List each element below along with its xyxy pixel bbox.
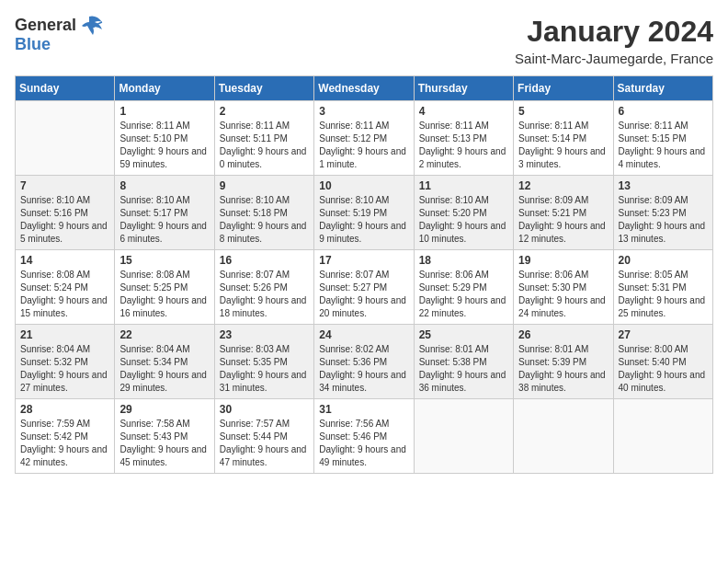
calendar-cell: 9Sunrise: 8:10 AMSunset: 5:18 PMDaylight… — [214, 176, 313, 250]
day-number: 21 — [20, 328, 109, 341]
day-number: 30 — [220, 403, 309, 416]
day-number: 20 — [619, 254, 708, 267]
day-info: Sunrise: 8:02 AMSunset: 5:36 PMDaylight:… — [319, 343, 408, 395]
col-header-monday: Monday — [115, 76, 214, 101]
calendar-cell: 3Sunrise: 8:11 AMSunset: 5:12 PMDaylight… — [314, 101, 414, 176]
day-info: Sunrise: 7:57 AMSunset: 5:44 PMDaylight:… — [220, 418, 309, 469]
day-number: 10 — [319, 179, 408, 192]
day-info: Sunrise: 7:59 AMSunset: 5:42 PMDaylight:… — [20, 418, 109, 469]
calendar-cell: 22Sunrise: 8:04 AMSunset: 5:34 PMDayligh… — [115, 325, 214, 399]
day-info: Sunrise: 8:11 AMSunset: 5:13 PMDaylight:… — [419, 120, 508, 171]
logo-text-general: General — [15, 16, 76, 35]
col-header-thursday: Thursday — [414, 76, 513, 101]
calendar-cell: 13Sunrise: 8:09 AMSunset: 5:23 PMDayligh… — [613, 176, 712, 250]
calendar-cell: 25Sunrise: 8:01 AMSunset: 5:38 PMDayligh… — [414, 325, 513, 399]
logo-bird-icon — [80, 15, 106, 35]
day-number: 19 — [518, 254, 608, 267]
calendar-cell: 15Sunrise: 8:08 AMSunset: 5:25 PMDayligh… — [115, 250, 214, 325]
calendar-cell: 23Sunrise: 8:03 AMSunset: 5:35 PMDayligh… — [214, 325, 313, 399]
col-header-tuesday: Tuesday — [214, 76, 313, 101]
calendar-cell: 29Sunrise: 7:58 AMSunset: 5:43 PMDayligh… — [115, 399, 214, 474]
day-number: 15 — [119, 254, 209, 267]
day-info: Sunrise: 8:10 AMSunset: 5:19 PMDaylight:… — [319, 194, 408, 246]
calendar-cell: 14Sunrise: 8:08 AMSunset: 5:24 PMDayligh… — [16, 250, 115, 325]
day-number: 26 — [518, 328, 608, 341]
calendar-cell: 11Sunrise: 8:10 AMSunset: 5:20 PMDayligh… — [414, 176, 513, 250]
day-info: Sunrise: 8:07 AMSunset: 5:27 PMDaylight:… — [319, 269, 408, 320]
day-number: 16 — [220, 254, 309, 267]
calendar-cell: 31Sunrise: 7:56 AMSunset: 5:46 PMDayligh… — [314, 399, 414, 474]
col-header-friday: Friday — [514, 76, 613, 101]
calendar-cell: 4Sunrise: 8:11 AMSunset: 5:13 PMDaylight… — [414, 101, 513, 176]
calendar-cell: 1Sunrise: 8:11 AMSunset: 5:10 PMDaylight… — [115, 101, 214, 176]
calendar-cell — [16, 101, 115, 176]
day-info: Sunrise: 8:09 AMSunset: 5:23 PMDaylight:… — [619, 194, 708, 246]
calendar-week-row: 7Sunrise: 8:10 AMSunset: 5:16 PMDaylight… — [16, 176, 713, 250]
day-info: Sunrise: 7:58 AMSunset: 5:43 PMDaylight:… — [119, 418, 209, 469]
day-info: Sunrise: 8:08 AMSunset: 5:24 PMDaylight:… — [20, 269, 109, 320]
day-info: Sunrise: 8:00 AMSunset: 5:40 PMDaylight:… — [619, 343, 708, 395]
calendar-cell: 5Sunrise: 8:11 AMSunset: 5:14 PMDaylight… — [514, 101, 613, 176]
calendar-header-row: SundayMondayTuesdayWednesdayThursdayFrid… — [16, 76, 713, 101]
day-number: 14 — [20, 254, 109, 267]
calendar-cell: 2Sunrise: 8:11 AMSunset: 5:11 PMDaylight… — [214, 101, 313, 176]
day-number: 18 — [419, 254, 508, 267]
calendar-cell — [514, 399, 613, 474]
calendar-week-row: 1Sunrise: 8:11 AMSunset: 5:10 PMDaylight… — [16, 101, 713, 176]
day-number: 2 — [220, 105, 309, 118]
day-number: 3 — [319, 105, 408, 118]
day-number: 27 — [619, 328, 708, 341]
title-area: January 2024 Saint-Marc-Jaumegarde, Fran… — [515, 15, 713, 66]
logo-text-blue: Blue — [15, 35, 51, 53]
calendar-cell: 19Sunrise: 8:06 AMSunset: 5:30 PMDayligh… — [514, 250, 613, 325]
calendar-cell: 28Sunrise: 7:59 AMSunset: 5:42 PMDayligh… — [16, 399, 115, 474]
day-info: Sunrise: 8:01 AMSunset: 5:39 PMDaylight:… — [518, 343, 608, 395]
calendar-cell: 7Sunrise: 8:10 AMSunset: 5:16 PMDaylight… — [16, 176, 115, 250]
calendar-cell: 30Sunrise: 7:57 AMSunset: 5:44 PMDayligh… — [214, 399, 313, 474]
col-header-wednesday: Wednesday — [314, 76, 414, 101]
day-number: 31 — [319, 403, 408, 416]
day-number: 5 — [518, 105, 608, 118]
day-number: 1 — [119, 105, 209, 118]
calendar-cell: 12Sunrise: 8:09 AMSunset: 5:21 PMDayligh… — [514, 176, 613, 250]
calendar-cell: 10Sunrise: 8:10 AMSunset: 5:19 PMDayligh… — [314, 176, 414, 250]
calendar-cell: 21Sunrise: 8:04 AMSunset: 5:32 PMDayligh… — [16, 325, 115, 399]
calendar-cell: 6Sunrise: 8:11 AMSunset: 5:15 PMDaylight… — [613, 101, 712, 176]
col-header-saturday: Saturday — [613, 76, 712, 101]
day-number: 22 — [119, 328, 209, 341]
day-info: Sunrise: 8:10 AMSunset: 5:20 PMDaylight:… — [419, 194, 508, 246]
calendar-cell: 27Sunrise: 8:00 AMSunset: 5:40 PMDayligh… — [613, 325, 712, 399]
calendar-cell: 16Sunrise: 8:07 AMSunset: 5:26 PMDayligh… — [214, 250, 313, 325]
day-info: Sunrise: 8:05 AMSunset: 5:31 PMDaylight:… — [619, 269, 708, 320]
day-info: Sunrise: 7:56 AMSunset: 5:46 PMDaylight:… — [319, 418, 408, 469]
calendar-week-row: 28Sunrise: 7:59 AMSunset: 5:42 PMDayligh… — [16, 399, 713, 474]
day-number: 6 — [619, 105, 708, 118]
day-info: Sunrise: 8:01 AMSunset: 5:38 PMDaylight:… — [419, 343, 508, 395]
day-info: Sunrise: 8:11 AMSunset: 5:14 PMDaylight:… — [518, 120, 608, 171]
logo: General Blue — [15, 15, 106, 54]
day-number: 17 — [319, 254, 408, 267]
col-header-sunday: Sunday — [16, 76, 115, 101]
day-number: 24 — [319, 328, 408, 341]
day-number: 7 — [20, 179, 109, 192]
day-info: Sunrise: 8:11 AMSunset: 5:12 PMDaylight:… — [319, 120, 408, 171]
calendar-cell — [414, 399, 513, 474]
day-info: Sunrise: 8:03 AMSunset: 5:35 PMDaylight:… — [220, 343, 309, 395]
day-info: Sunrise: 8:10 AMSunset: 5:16 PMDaylight:… — [20, 194, 109, 246]
day-number: 12 — [518, 179, 608, 192]
day-number: 28 — [20, 403, 109, 416]
day-number: 13 — [619, 179, 708, 192]
day-number: 9 — [220, 179, 309, 192]
page-header: General Blue January 2024 Saint-Marc-Jau… — [15, 15, 713, 66]
day-info: Sunrise: 8:06 AMSunset: 5:29 PMDaylight:… — [419, 269, 508, 320]
location-title: Saint-Marc-Jaumegarde, France — [515, 51, 713, 66]
calendar-cell — [613, 399, 712, 474]
day-info: Sunrise: 8:10 AMSunset: 5:17 PMDaylight:… — [119, 194, 209, 246]
day-info: Sunrise: 8:11 AMSunset: 5:11 PMDaylight:… — [220, 120, 309, 171]
day-number: 8 — [119, 179, 209, 192]
day-number: 4 — [419, 105, 508, 118]
day-number: 25 — [419, 328, 508, 341]
calendar-cell: 17Sunrise: 8:07 AMSunset: 5:27 PMDayligh… — [314, 250, 414, 325]
day-info: Sunrise: 8:07 AMSunset: 5:26 PMDaylight:… — [220, 269, 309, 320]
day-info: Sunrise: 8:09 AMSunset: 5:21 PMDaylight:… — [518, 194, 608, 246]
